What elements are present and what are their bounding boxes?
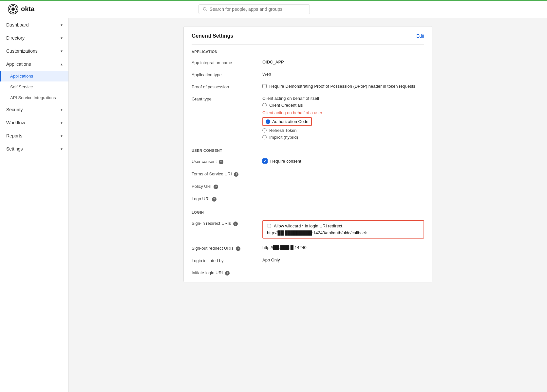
search-bar[interactable]	[198, 4, 310, 14]
edit-button[interactable]: Edit	[416, 33, 424, 39]
sign-in-redirect-row: Sign-in redirect URIs ? Allow wildcard *…	[184, 217, 432, 242]
user-consent-label: User consent ?	[192, 158, 257, 164]
sidebar-sub-item-api-service[interactable]: API Service Integrations	[0, 92, 68, 103]
allow-wildcard-row: Allow wildcard * in login URI redirect.	[267, 223, 420, 228]
chevron-down-icon: ▼	[60, 23, 63, 27]
authorization-code-label: Authorization Code	[272, 119, 309, 124]
sidebar-item-dashboard[interactable]: Dashboard ▼	[0, 18, 68, 31]
terms-of-service-row: Terms of Service URI ?	[184, 168, 432, 180]
user-consent-info-icon[interactable]: ?	[219, 160, 223, 164]
sidebar-item-directory-label: Directory	[6, 35, 25, 41]
refresh-token-radio[interactable]	[262, 128, 267, 133]
user-consent-section-label: USER CONSENT	[184, 143, 432, 155]
client-acting-itself-label: Client acting on behalf of itself	[262, 96, 424, 101]
implicit-radio[interactable]	[262, 135, 267, 139]
svg-point-9	[10, 11, 11, 12]
sign-in-redirect-box: Allow wildcard * in login URI redirect. …	[262, 220, 424, 239]
sign-out-redirect-value: http://██.███.█:14240	[262, 245, 424, 250]
app-integration-name-label: App integration name	[192, 60, 257, 65]
redirect-uri-value: http://██.█████████:14240/api/auth/oidc/…	[267, 230, 420, 235]
top-navigation: okta	[0, 0, 547, 18]
general-settings-card: General Settings Edit APPLICATION App in…	[183, 26, 432, 282]
application-type-label: Application type	[192, 72, 257, 77]
refresh-token-item: Refresh Token	[262, 128, 424, 133]
logo-uri-info-icon[interactable]: ?	[212, 197, 217, 202]
client-acting-user-label: Client acting on behalf of a user	[262, 110, 424, 115]
sidebar-item-security-label: Security	[6, 107, 23, 112]
sidebar-item-settings[interactable]: Settings ▼	[0, 142, 68, 155]
policy-uri-row: Policy URI ?	[184, 180, 432, 192]
require-consent-checkbox[interactable]	[262, 158, 268, 164]
sidebar-sub-item-self-service[interactable]: Self Service	[0, 81, 68, 92]
application-section-label: APPLICATION	[184, 45, 432, 56]
initiate-login-uri-label: Initiate login URI ?	[192, 270, 257, 276]
tos-info-icon[interactable]: ?	[234, 172, 238, 177]
sign-out-redirect-row: Sign-out redirect URIs ? http://██.███.█…	[184, 242, 432, 254]
sidebar: Dashboard ▼ Directory ▼ Customizations ▼…	[0, 18, 69, 392]
okta-logo: okta	[8, 4, 34, 14]
sidebar-item-applications[interactable]: Applications ▲	[0, 58, 68, 71]
sidebar-item-directory[interactable]: Directory ▼	[0, 31, 68, 45]
sign-in-redirect-value: Allow wildcard * in login URI redirect. …	[262, 220, 424, 239]
main-layout: Dashboard ▼ Directory ▼ Customizations ▼…	[0, 18, 547, 392]
allow-wildcard-radio[interactable]	[267, 224, 271, 228]
user-consent-value: Require consent	[262, 158, 424, 164]
refresh-token-label: Refresh Token	[269, 128, 297, 133]
policy-uri-info-icon[interactable]: ?	[214, 185, 218, 189]
svg-point-2	[12, 5, 14, 6]
initiate-login-uri-info-icon[interactable]: ?	[225, 271, 230, 276]
implicit-label: Implicit (hybrid)	[269, 135, 298, 140]
terms-of-service-label: Terms of Service URI ?	[192, 171, 257, 177]
app-integration-name-row: App integration name OIDC_APP	[184, 56, 432, 68]
chevron-down-icon: ▼	[60, 36, 63, 40]
proof-of-possession-label: Proof of possession	[192, 84, 257, 89]
implicit-item: Implicit (hybrid)	[262, 135, 424, 140]
client-credentials-item: Client Credentials	[262, 103, 424, 108]
sign-out-redirect-label: Sign-out redirect URIs ?	[192, 245, 257, 251]
green-top-bar	[0, 0, 547, 1]
svg-line-11	[205, 10, 206, 11]
brand-area: okta	[8, 4, 34, 14]
grant-type-value: Client acting on behalf of itself Client…	[262, 96, 424, 140]
chevron-down-icon: ▼	[60, 147, 63, 151]
authorization-code-checked-icon	[266, 119, 270, 124]
client-credentials-radio[interactable]	[262, 103, 267, 107]
sign-out-redirect-info-icon[interactable]: ?	[236, 246, 240, 251]
application-type-value: Web	[262, 72, 424, 77]
app-integration-name-value: OIDC_APP	[262, 60, 424, 64]
dpop-checkbox[interactable]	[262, 84, 267, 88]
sidebar-item-workflow[interactable]: Workflow ▼	[0, 116, 68, 129]
chevron-down-icon: ▼	[60, 134, 63, 138]
search-input[interactable]	[210, 7, 306, 12]
svg-point-4	[9, 8, 10, 10]
dpop-label: Require Demonstrating Proof of Possessio…	[269, 84, 415, 89]
sidebar-item-reports-label: Reports	[6, 133, 22, 138]
client-credentials-label: Client Credentials	[269, 103, 303, 108]
sidebar-item-reports[interactable]: Reports ▼	[0, 129, 68, 142]
sign-in-redirect-info-icon[interactable]: ?	[233, 222, 238, 226]
logo-uri-row: Logo URI ?	[184, 192, 432, 205]
user-consent-row: User consent ? Require consent	[184, 155, 432, 168]
brand-name: okta	[21, 5, 34, 13]
chevron-down-icon: ▼	[60, 108, 63, 112]
proof-of-possession-value: Require Demonstrating Proof of Possessio…	[262, 84, 424, 89]
sidebar-item-applications-label: Applications	[6, 62, 31, 67]
svg-point-5	[16, 8, 18, 10]
sidebar-item-security[interactable]: Security ▼	[0, 103, 68, 116]
okta-logo-icon	[8, 4, 18, 14]
svg-point-8	[15, 6, 16, 7]
sidebar-item-customizations[interactable]: Customizations ▼	[0, 45, 68, 58]
sidebar-sub-item-applications[interactable]: Applications	[0, 71, 68, 81]
svg-point-3	[12, 12, 14, 13]
card-title: General Settings	[192, 33, 233, 39]
allow-wildcard-label: Allow wildcard * in login URI redirect.	[274, 223, 343, 228]
svg-point-1	[11, 8, 15, 11]
grant-type-row: Grant type Client acting on behalf of it…	[184, 93, 432, 143]
initiate-login-uri-row: Initiate login URI ?	[184, 266, 432, 282]
chevron-down-icon: ▼	[60, 49, 63, 53]
login-initiated-label: Login initiated by	[192, 258, 257, 263]
grant-type-label: Grant type	[192, 96, 257, 101]
login-section-label: LOGIN	[184, 205, 432, 217]
sidebar-item-customizations-label: Customizations	[6, 48, 38, 54]
main-content: General Settings Edit APPLICATION App in…	[69, 18, 547, 392]
